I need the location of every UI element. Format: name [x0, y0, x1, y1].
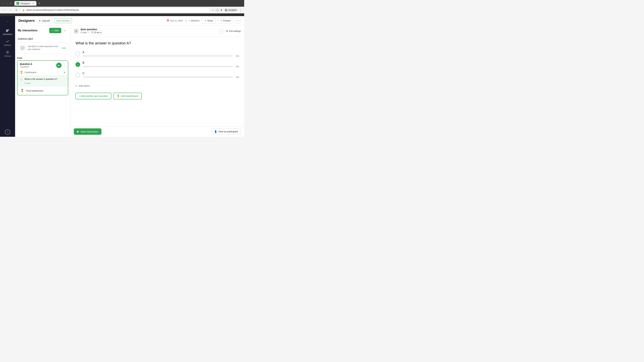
interactions-label: Interactions [3, 33, 12, 35]
tab-close-button[interactable]: ✕ [32, 2, 34, 5]
browser-chrome: ─ □ ✕ S Designers ✕ + ← → ↻ 🔒 admin.sli.… [0, 0, 244, 16]
view-as-participant-button[interactable]: 👤 View as participant [211, 128, 241, 135]
address-bar[interactable]: 🔒 admin.sli.do/event/8Goq3eqYCVaD6c1SPMV… [20, 8, 210, 12]
qa-card: 💬 Add Q&A to collect questions from your… [17, 42, 68, 53]
event-id: 8664816 [191, 19, 200, 22]
separator: • [88, 31, 89, 34]
forward-button[interactable]: → [8, 8, 13, 12]
votes-text: 0 votes [80, 31, 87, 34]
answer-bar-a [82, 55, 232, 57]
app-title: Designers [18, 19, 35, 23]
close-button[interactable]: ✕ [10, 2, 12, 4]
upgrade-button[interactable]: ⬆ Upgrade [37, 18, 52, 23]
time-badge[interactable]: ⏱ 20 sec ▾ [90, 31, 103, 34]
audience-qa-label: Audience Q&A [18, 37, 33, 40]
poll-item-votes: 0 votes [24, 82, 66, 84]
card-more-button[interactable]: ⋮ [63, 64, 66, 67]
browser-titlebar: ─ □ ✕ S Designers ✕ + [0, 0, 244, 7]
question-card-info: Question A 1 question [20, 63, 32, 68]
leaderboard-btn-icon: 🏅 [117, 95, 120, 97]
answer-icon-a: ○ [76, 52, 80, 56]
answer-bar-container-b: 0% [82, 65, 239, 68]
tab-label: Designers [20, 2, 30, 5]
sidebar-item-settings[interactable]: Settings [1, 49, 14, 59]
audience-qa-section-header: Audience Q&A [15, 35, 70, 41]
start-interaction-button[interactable]: ▶ Start interaction [74, 128, 102, 135]
reload-button[interactable]: ↻ [14, 8, 19, 12]
answer-bar-container-a: 0% [82, 55, 239, 57]
answer-bar-c [82, 76, 232, 78]
maximize-button[interactable]: □ [6, 2, 8, 4]
polls-label: Polls [17, 57, 22, 59]
fullscreen-button[interactable]: ⛶ [219, 28, 224, 34]
menu-icon[interactable]: ⋮ [239, 8, 242, 12]
incognito-badge: 🕵 Incognito [224, 8, 238, 12]
present-button[interactable]: □ Present [218, 18, 234, 23]
new-interface-button[interactable]: New interface [54, 18, 72, 23]
answer-icon-c: ○ [76, 73, 80, 77]
download-icon[interactable]: ⬇ [220, 8, 222, 11]
answer-content-a: A 0% [82, 51, 239, 57]
collapse-panel-button[interactable]: « [62, 28, 68, 33]
url-text: admin.sli.do/event/8Goq3eqYCVaD6c1SPMVoE… [26, 9, 208, 11]
present-label: Present [223, 19, 230, 22]
main-content: Designers ⬆ Upgrade New interface 📅 Oct … [15, 16, 244, 137]
add-icon: + [52, 29, 53, 32]
check-icon-c: ○ [77, 74, 78, 76]
sidebar-back-button[interactable]: ← [4, 18, 11, 25]
leaderboard-item[interactable]: 🏅 Final leaderboard [18, 86, 68, 95]
add-quiz-button[interactable]: + Add another quiz question [76, 93, 111, 99]
extensions-icon[interactable]: ⬜ [216, 8, 219, 11]
add-option-button[interactable]: + Add option [76, 82, 239, 89]
settings-icon [6, 50, 10, 54]
answer-label-a: A [82, 51, 239, 54]
add-leaderboard-button[interactable]: 🏅 Add leaderboard [113, 93, 142, 99]
app-container: ← Interactions Analytics [0, 16, 244, 137]
poll-settings-icon: ⚙ [226, 30, 228, 32]
qa-add-button[interactable]: Add [62, 47, 66, 49]
share-icon: ↗ [204, 19, 206, 22]
back-button[interactable]: ← [2, 8, 7, 12]
sidebar-item-interactions[interactable]: Interactions [1, 27, 14, 37]
participant-icon: 👤 [214, 130, 217, 133]
incognito-icon: 🕵 [225, 9, 228, 11]
add-button[interactable]: + Add [49, 28, 61, 33]
svg-rect-2 [6, 31, 8, 32]
bookmark-icon[interactable]: ☆ [212, 8, 214, 11]
poll-item[interactable]: ⓘ What is the answer in question A? 0 vo… [18, 76, 68, 86]
play-button[interactable]: ▶ [56, 63, 62, 68]
help-button[interactable]: ? [5, 129, 10, 135]
timer-icon: ⏱ [91, 31, 93, 34]
sidebar: ← Interactions Analytics [0, 16, 15, 137]
poll-settings-button[interactable]: ⚙ Poll settings [226, 30, 241, 32]
new-interface-label: New interface [56, 19, 70, 22]
content-area: My interactions + Add « Audience Q&A 💬 [15, 25, 244, 137]
answer-bar-b [82, 66, 232, 67]
more-options-button[interactable]: ⋯ [236, 18, 241, 23]
header-id: # 8664816 [189, 19, 200, 22]
view-participant-label: View as participant [218, 130, 238, 133]
share-button[interactable]: ↗ Share [202, 18, 216, 23]
minimize-button[interactable]: ─ [2, 2, 4, 4]
security-icon: 🛡 [185, 19, 187, 22]
settings-label: Settings [4, 55, 11, 57]
poll-number: 1 [74, 29, 78, 33]
app-header: Designers ⬆ Upgrade New interface 📅 Oct … [15, 16, 244, 25]
browser-tab-designers[interactable]: S Designers ✕ [14, 1, 36, 6]
answer-percent-a: 0% [234, 55, 239, 57]
answer-label-c: C [82, 72, 239, 75]
my-interactions-title: My interactions [18, 29, 38, 32]
hash-icon: # [189, 19, 190, 22]
svg-rect-0 [6, 30, 9, 30]
sidebar-item-analytics[interactable]: Analytics [1, 38, 14, 48]
check-icon-b: ✓ [77, 63, 79, 66]
new-tab-button[interactable]: + [37, 1, 42, 6]
time-text: 20 sec [94, 31, 100, 34]
question-card-subtitle: 1 question [20, 66, 32, 68]
check-icon-a: ○ [77, 53, 78, 55]
window-controls: ─ □ ✕ [2, 2, 12, 4]
polls-section-header: Polls [17, 55, 68, 60]
present-icon: □ [221, 19, 222, 22]
answer-percent-c: 0% [234, 76, 239, 78]
answer-option-c: ○ C 0% [76, 72, 239, 78]
